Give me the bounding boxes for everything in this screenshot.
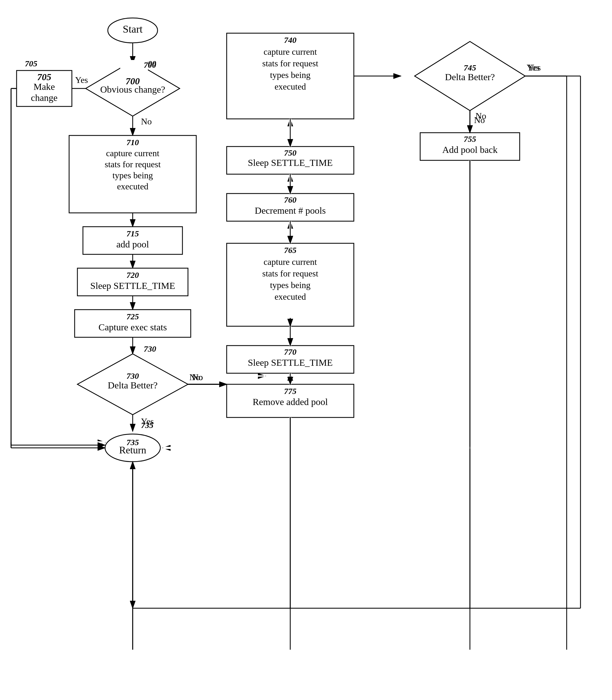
label-755: Add pool back <box>442 145 498 155</box>
start-label: Start <box>123 23 143 35</box>
label-755-id: 755 <box>464 134 476 143</box>
flowchart-diagram: Start 700 Obvious change? Yes No 705 Mak… <box>0 0 612 700</box>
label-775: Remove added pool <box>253 397 328 407</box>
label-770: Sleep SETTLE_TIME <box>248 357 333 368</box>
label-715-id: 715 <box>127 229 139 238</box>
label-765-l4: executed <box>275 292 306 302</box>
label-700-bold: 700 <box>144 60 156 69</box>
label-765-l1: capture current <box>264 257 317 267</box>
label-745-no-text: No <box>474 115 485 125</box>
label-730-id-top: 730 <box>144 344 156 353</box>
cover-bottom <box>0 650 612 700</box>
label-725: Capture exec stats <box>98 322 167 332</box>
label-705-id-correct: 705 <box>25 59 37 68</box>
label-750-id: 750 <box>284 148 296 157</box>
label-705-line1: Make <box>33 82 55 92</box>
label-740-l1: capture current <box>264 47 317 57</box>
label-700: Obvious change? <box>100 84 165 95</box>
label-730-no-text: No <box>189 372 200 382</box>
label-740-id: 740 <box>284 36 296 44</box>
label-765-id: 765 <box>284 246 296 255</box>
label-720-id: 720 <box>127 270 139 279</box>
label-740-l2: stats for request <box>262 58 318 68</box>
label-765-l3: types being <box>270 280 311 290</box>
label-705-id: 705 <box>37 72 52 82</box>
label-710-l2: stats for request <box>105 159 161 169</box>
label-765-l2: stats for request <box>262 269 318 278</box>
label-710-l1: capture current <box>106 148 159 158</box>
label-745-yes-final: Yes <box>528 63 541 72</box>
label-730-id: 730 <box>127 371 139 381</box>
label-775-id: 775 <box>284 386 296 396</box>
label-735: Return <box>119 444 146 456</box>
label-710-l4: executed <box>117 181 149 191</box>
label-720: Sleep SETTLE_TIME <box>91 280 175 291</box>
label-750: Sleep SETTLE_TIME <box>248 157 333 168</box>
label-730: Delta Better? <box>108 380 157 390</box>
label-735-id-top: 735 <box>141 421 153 430</box>
label-745-id: 745 <box>464 63 476 72</box>
label-740-l3: types being <box>270 70 311 80</box>
label-760-id: 760 <box>284 195 296 204</box>
label-745: Delta Better? <box>445 72 495 82</box>
label-700-no: No <box>141 116 152 126</box>
label-740-l4: executed <box>275 82 306 92</box>
label-700-yes: Yes <box>75 75 88 85</box>
label-715: add pool <box>116 239 149 249</box>
label-760: Decrement # pools <box>255 205 326 216</box>
label-710-l3: types being <box>112 170 153 180</box>
label-705-line2: change <box>31 93 57 103</box>
label-710-id: 710 <box>127 138 139 147</box>
label-725-id: 725 <box>127 312 139 321</box>
label-770-id: 770 <box>284 347 296 356</box>
